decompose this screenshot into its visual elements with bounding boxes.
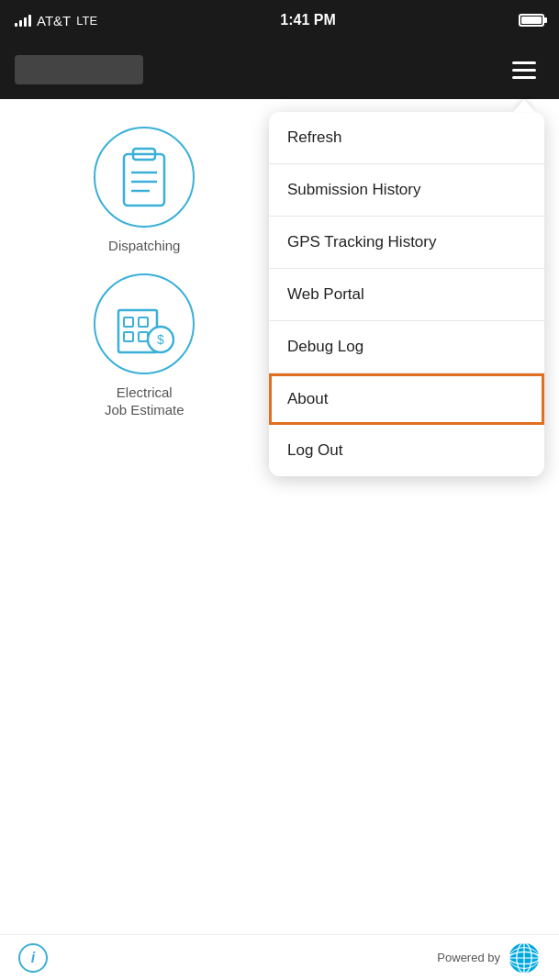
menu-item-gps-tracking-history[interactable]: GPS Tracking History [269,217,544,269]
menu-item-debug-log[interactable]: Debug Log [269,321,544,373]
menu-item-log-out[interactable]: Log Out [269,425,544,476]
dropdown-arrow [513,99,535,112]
status-left: AT&T LTE [15,13,97,28]
menu-item-about[interactable]: About [269,373,544,425]
dropdown-menu: Refresh Submission History GPS Tracking … [269,112,544,476]
main-content: Dispatching Me [0,99,559,934]
network-label: LTE [76,14,97,28]
status-right [519,14,544,27]
powered-by-label: Powered by [437,951,500,964]
att-logo-icon [508,941,541,974]
menu-item-web-portal[interactable]: Web Portal [269,269,544,321]
hamburger-line-2 [512,69,536,72]
carrier-label: AT&T [37,13,71,28]
app-logo [15,55,143,84]
battery-icon [519,14,544,27]
footer: i Powered by [0,934,559,980]
powered-by-section: Powered by [437,941,541,974]
status-bar: AT&T LTE 1:41 PM [0,0,559,40]
hamburger-line-1 [512,61,536,64]
menu-item-submission-history[interactable]: Submission History [269,164,544,217]
signal-icon [15,14,31,27]
hamburger-button[interactable] [504,50,544,90]
app-header [0,40,559,99]
dropdown-overlay: Refresh Submission History GPS Tracking … [0,99,559,934]
hamburger-line-3 [512,76,536,79]
info-button[interactable]: i [18,943,48,973]
time-label: 1:41 PM [280,12,335,28]
menu-item-refresh[interactable]: Refresh [269,112,544,164]
